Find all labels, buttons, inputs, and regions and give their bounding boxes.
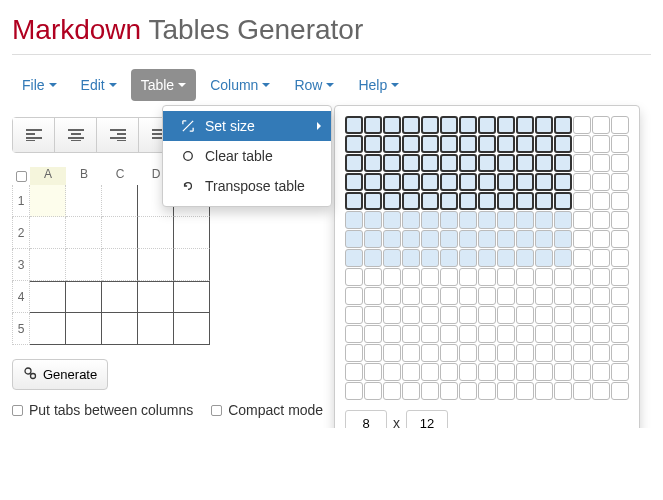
- size-cell[interactable]: [573, 173, 591, 191]
- column-header[interactable]: B: [66, 167, 102, 185]
- size-cell[interactable]: [535, 173, 553, 191]
- column-header[interactable]: A: [30, 167, 66, 185]
- size-cell[interactable]: [573, 287, 591, 305]
- size-cell[interactable]: [345, 173, 363, 191]
- size-cell[interactable]: [364, 363, 382, 381]
- size-cell[interactable]: [497, 211, 515, 229]
- table-cell[interactable]: [102, 217, 138, 249]
- table-cell[interactable]: [30, 185, 66, 217]
- size-cell[interactable]: [459, 344, 477, 362]
- size-cell[interactable]: [478, 306, 496, 324]
- size-cell[interactable]: [421, 344, 439, 362]
- table-cell[interactable]: [102, 313, 138, 345]
- size-cell[interactable]: [497, 192, 515, 210]
- size-cell[interactable]: [554, 192, 572, 210]
- size-cell[interactable]: [478, 211, 496, 229]
- size-cell[interactable]: [611, 249, 629, 267]
- size-cell[interactable]: [459, 249, 477, 267]
- size-cell[interactable]: [459, 211, 477, 229]
- table-cell[interactable]: [174, 217, 210, 249]
- size-cell[interactable]: [421, 249, 439, 267]
- size-cell[interactable]: [516, 116, 534, 134]
- size-cell[interactable]: [592, 211, 610, 229]
- size-cell[interactable]: [535, 363, 553, 381]
- menu-file[interactable]: File: [12, 69, 67, 101]
- size-cell[interactable]: [611, 268, 629, 286]
- size-cell[interactable]: [402, 116, 420, 134]
- size-cell[interactable]: [592, 363, 610, 381]
- size-cell[interactable]: [592, 287, 610, 305]
- size-cell[interactable]: [421, 154, 439, 172]
- size-cell[interactable]: [402, 135, 420, 153]
- size-cell[interactable]: [402, 382, 420, 400]
- option-compact[interactable]: Compact mode: [211, 402, 323, 418]
- size-cell[interactable]: [383, 192, 401, 210]
- size-cell[interactable]: [516, 287, 534, 305]
- size-cell[interactable]: [364, 116, 382, 134]
- size-cell[interactable]: [459, 116, 477, 134]
- size-cell[interactable]: [440, 287, 458, 305]
- size-cell[interactable]: [516, 325, 534, 343]
- size-cell[interactable]: [611, 173, 629, 191]
- size-cell[interactable]: [573, 306, 591, 324]
- size-cell[interactable]: [345, 249, 363, 267]
- size-cell[interactable]: [497, 116, 515, 134]
- size-cell[interactable]: [383, 249, 401, 267]
- size-cell[interactable]: [573, 230, 591, 248]
- size-cell[interactable]: [421, 211, 439, 229]
- table-cell[interactable]: [138, 281, 174, 313]
- size-cell[interactable]: [554, 230, 572, 248]
- table-cell[interactable]: [66, 249, 102, 281]
- size-cell[interactable]: [345, 230, 363, 248]
- size-cell[interactable]: [554, 249, 572, 267]
- size-cell[interactable]: [535, 249, 553, 267]
- size-cell[interactable]: [459, 135, 477, 153]
- size-cell[interactable]: [421, 135, 439, 153]
- size-cell[interactable]: [345, 135, 363, 153]
- size-cell[interactable]: [459, 325, 477, 343]
- size-cell[interactable]: [516, 154, 534, 172]
- size-cell[interactable]: [383, 211, 401, 229]
- dropdown-set-size[interactable]: Set size: [163, 111, 331, 141]
- menu-table[interactable]: Table: [131, 69, 196, 101]
- size-cell[interactable]: [573, 363, 591, 381]
- size-cell[interactable]: [611, 325, 629, 343]
- size-cell[interactable]: [535, 287, 553, 305]
- size-cell[interactable]: [516, 249, 534, 267]
- size-cell[interactable]: [345, 382, 363, 400]
- size-cell[interactable]: [440, 249, 458, 267]
- size-cell[interactable]: [345, 116, 363, 134]
- size-cell[interactable]: [440, 116, 458, 134]
- table-cell[interactable]: [66, 185, 102, 217]
- size-cell[interactable]: [592, 344, 610, 362]
- menu-row[interactable]: Row: [284, 69, 344, 101]
- size-cell[interactable]: [573, 325, 591, 343]
- size-cell[interactable]: [402, 211, 420, 229]
- size-cell[interactable]: [497, 363, 515, 381]
- size-cell[interactable]: [345, 306, 363, 324]
- size-cell[interactable]: [421, 363, 439, 381]
- size-cell[interactable]: [383, 287, 401, 305]
- size-cell[interactable]: [402, 173, 420, 191]
- size-cell[interactable]: [478, 116, 496, 134]
- size-cell[interactable]: [611, 306, 629, 324]
- size-cell[interactable]: [573, 116, 591, 134]
- size-cell[interactable]: [497, 268, 515, 286]
- size-cell[interactable]: [364, 135, 382, 153]
- size-cell[interactable]: [573, 211, 591, 229]
- size-cell[interactable]: [345, 192, 363, 210]
- table-cell[interactable]: [174, 249, 210, 281]
- size-cell[interactable]: [573, 382, 591, 400]
- size-cell[interactable]: [516, 268, 534, 286]
- size-cell[interactable]: [592, 325, 610, 343]
- size-cell[interactable]: [383, 135, 401, 153]
- size-cell[interactable]: [554, 173, 572, 191]
- size-cell[interactable]: [364, 173, 382, 191]
- size-cell[interactable]: [364, 344, 382, 362]
- size-cell[interactable]: [345, 154, 363, 172]
- size-cell[interactable]: [611, 230, 629, 248]
- size-cell[interactable]: [364, 268, 382, 286]
- size-cell[interactable]: [421, 287, 439, 305]
- size-cell[interactable]: [364, 306, 382, 324]
- size-cell[interactable]: [364, 230, 382, 248]
